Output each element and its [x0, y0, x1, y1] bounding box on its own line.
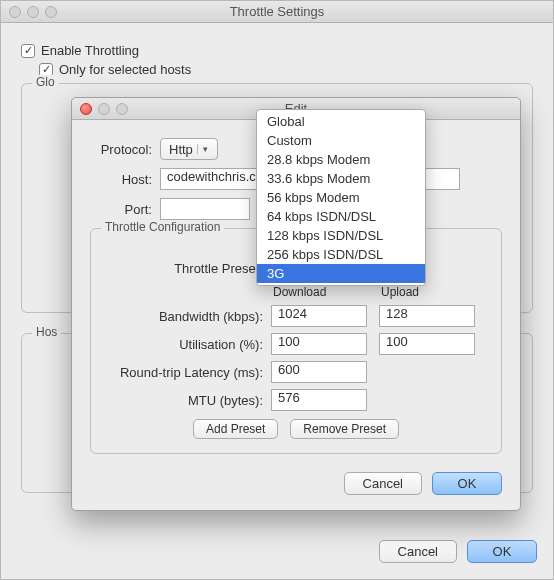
- protocol-label: Protocol:: [90, 142, 160, 157]
- protocol-select[interactable]: Http ▾: [160, 138, 218, 160]
- close-icon[interactable]: [9, 6, 21, 18]
- utilisation-download-input[interactable]: 100: [271, 333, 367, 355]
- chevron-down-icon: ▾: [197, 144, 213, 154]
- dropdown-item-336[interactable]: 33.6 kbps Modem: [257, 169, 425, 188]
- port-label: Port:: [90, 202, 160, 217]
- dropdown-item-56[interactable]: 56 kbps Modem: [257, 188, 425, 207]
- latency-input[interactable]: 600: [271, 361, 367, 383]
- latency-label: Round-trip Latency (ms):: [103, 365, 271, 380]
- throttle-preset-dropdown[interactable]: Global Custom 28.8 kbps Modem 33.6 kbps …: [256, 109, 426, 286]
- main-ok-button[interactable]: OK: [467, 540, 537, 563]
- port-input[interactable]: [160, 198, 250, 220]
- mtu-input[interactable]: 576: [271, 389, 367, 411]
- main-window: Throttle Settings ✓ Enable Throttling ✓ …: [0, 0, 554, 580]
- modal-traffic-lights: [80, 103, 128, 115]
- modal-minimize-icon[interactable]: [98, 103, 110, 115]
- throttle-config-legend: Throttle Configuration: [101, 220, 224, 234]
- global-legend: Glo: [32, 75, 59, 89]
- mtu-label: MTU (bytes):: [103, 393, 271, 408]
- enable-throttling-checkbox[interactable]: ✓: [21, 44, 35, 58]
- utilisation-label: Utilisation (%):: [103, 337, 271, 352]
- bandwidth-download-input[interactable]: 1024: [271, 305, 367, 327]
- main-cancel-button[interactable]: Cancel: [379, 540, 457, 563]
- modal-close-icon[interactable]: [80, 103, 92, 115]
- modal-ok-button[interactable]: OK: [432, 472, 502, 495]
- hosts-legend: Hos: [32, 325, 61, 339]
- main-footer: Cancel OK: [379, 540, 537, 563]
- main-titlebar: Throttle Settings: [1, 1, 553, 23]
- bandwidth-upload-input[interactable]: 128: [379, 305, 475, 327]
- modal-zoom-icon[interactable]: [116, 103, 128, 115]
- enable-throttling-label: Enable Throttling: [41, 43, 139, 58]
- host-label: Host:: [90, 172, 160, 187]
- utilisation-upload-input[interactable]: 100: [379, 333, 475, 355]
- only-selected-hosts-row: ✓ Only for selected hosts: [39, 62, 533, 77]
- dropdown-item-256[interactable]: 256 kbps ISDN/DSL: [257, 245, 425, 264]
- dropdown-item-288[interactable]: 28.8 kbps Modem: [257, 150, 425, 169]
- protocol-value: Http: [169, 142, 193, 157]
- dropdown-item-64[interactable]: 64 kbps ISDN/DSL: [257, 207, 425, 226]
- dropdown-item-global[interactable]: Global: [257, 112, 425, 131]
- only-selected-hosts-label: Only for selected hosts: [59, 62, 191, 77]
- enable-throttling-row: ✓ Enable Throttling: [21, 43, 533, 58]
- modal-cancel-button[interactable]: Cancel: [344, 472, 422, 495]
- bandwidth-label: Bandwidth (kbps):: [103, 309, 271, 324]
- dropdown-item-custom[interactable]: Custom: [257, 131, 425, 150]
- add-preset-button[interactable]: Add Preset: [193, 419, 278, 439]
- main-traffic-lights: [9, 6, 57, 18]
- zoom-icon[interactable]: [45, 6, 57, 18]
- dropdown-item-128[interactable]: 128 kbps ISDN/DSL: [257, 226, 425, 245]
- columns-header: Download Upload: [103, 285, 489, 299]
- download-column-header: Download: [271, 285, 367, 299]
- main-window-title: Throttle Settings: [9, 4, 545, 19]
- throttle-preset-label: Throttle Preset:: [103, 261, 271, 276]
- upload-column-header: Upload: [379, 285, 475, 299]
- minimize-icon[interactable]: [27, 6, 39, 18]
- remove-preset-button[interactable]: Remove Preset: [290, 419, 399, 439]
- dropdown-item-3g[interactable]: 3G: [257, 264, 425, 283]
